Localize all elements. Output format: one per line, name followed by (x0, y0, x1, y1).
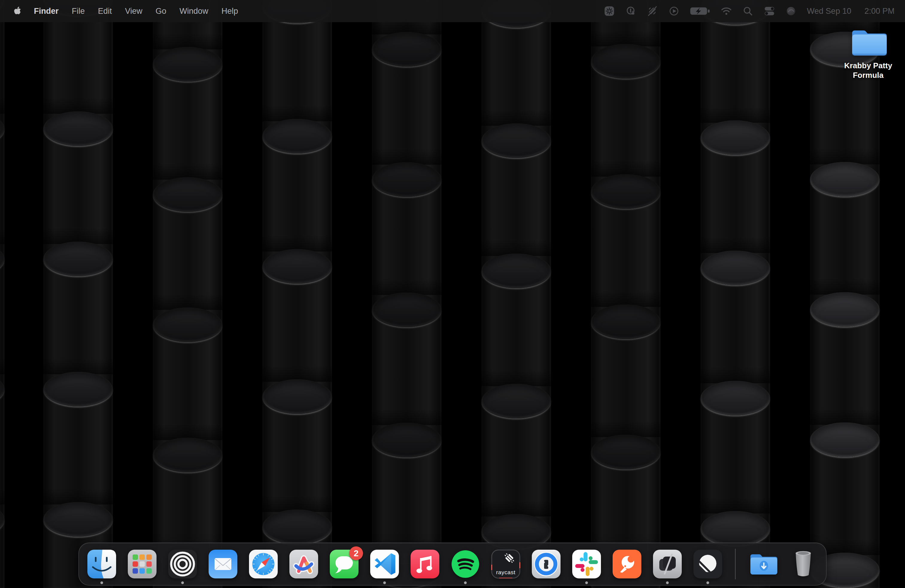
cylinder-joint (700, 120, 770, 155)
wifi-icon[interactable] (720, 5, 733, 17)
cylinder-joint (700, 381, 770, 416)
dock-item-postman[interactable] (612, 549, 642, 579)
apple-menu[interactable] (13, 6, 22, 16)
cylinder-joint (591, 44, 660, 79)
cylinder-shadow (0, 228, 5, 244)
control-center-icon[interactable] (763, 5, 776, 17)
dock-item-mail[interactable] (208, 549, 238, 579)
onepassword-quick-access-icon[interactable] (625, 5, 637, 17)
cylinder-joint (700, 511, 770, 546)
cylinder-joint (153, 307, 222, 342)
keystroke-starburst-icon[interactable] (603, 5, 616, 17)
wallpaper-column (700, 0, 770, 588)
folder-icon (849, 27, 887, 58)
trash-icon (788, 549, 818, 579)
dock-item-rings-app[interactable] (168, 549, 197, 579)
dock-item-spotify[interactable] (450, 549, 480, 579)
wallpaper (0, 0, 905, 588)
dock-item-arc-browser[interactable] (289, 549, 319, 579)
finder-icon (87, 549, 117, 579)
dock-divider (735, 549, 736, 579)
dock-items: 2 raycast (79, 543, 826, 585)
safari-icon (248, 549, 278, 579)
cylinder-joint (372, 32, 441, 67)
cylinder-joint (0, 111, 5, 146)
battery-charging-icon[interactable] (689, 5, 711, 17)
desktop-folder-krabby-patty-formula[interactable]: Krabby Patty Formula (837, 27, 899, 80)
cylinder-joint (481, 384, 551, 418)
wallpaper-column (372, 0, 441, 588)
cylinder-joint (0, 242, 5, 277)
wallpaper-column (481, 0, 551, 588)
cylinder-joint (810, 423, 880, 457)
cylinder-joint (43, 502, 113, 537)
dock: 2 raycast (78, 542, 827, 586)
menubar-menu-file[interactable]: File (72, 0, 85, 22)
dock-item-raycast[interactable]: raycast (491, 549, 521, 579)
dock-item-vscode[interactable] (370, 549, 400, 579)
menu-bar-clock[interactable]: 2:00 PM (864, 6, 894, 16)
dock-item-downloads-folder[interactable] (748, 549, 778, 579)
menubar-menu-view[interactable]: View (125, 0, 143, 22)
folder-label: Krabby Patty Formula (837, 61, 899, 80)
wallpaper-column (153, 0, 222, 588)
macos-desktop: FinderFileEditViewGoWindowHelp (0, 0, 905, 588)
wallpaper-column (262, 0, 332, 588)
cylinder-joint (481, 254, 551, 288)
dock-item-1password[interactable] (531, 549, 561, 579)
menubar-menu-go[interactable]: Go (156, 0, 167, 22)
wallpaper-column (0, 0, 5, 588)
now-playing-icon[interactable] (668, 5, 680, 17)
spotify-icon (450, 549, 480, 579)
dock-item-linear[interactable] (693, 549, 723, 579)
cylinder-joint (372, 292, 441, 327)
notification-badge: 2 (349, 547, 363, 560)
wallpaper-column (810, 0, 880, 588)
cylinder-joint (262, 510, 332, 544)
cylinder-joint (481, 123, 551, 158)
siri-icon[interactable] (785, 5, 797, 17)
dock-item-finder[interactable] (87, 549, 117, 579)
dock-item-messages[interactable]: 2 (329, 549, 359, 579)
cylinder-shadow (0, 488, 5, 504)
cylinder-shadow (0, 358, 5, 374)
menubar-menu-finder[interactable]: Finder (34, 0, 59, 22)
running-indicator (585, 582, 588, 584)
postman-icon (612, 549, 642, 579)
cylinder-joint (591, 174, 660, 209)
cylinder-joint (372, 423, 441, 458)
cylinder-joint (0, 502, 5, 537)
cylinder-joint (43, 111, 113, 146)
cylinder-joint (262, 379, 332, 414)
rings-app-icon (168, 549, 197, 579)
dock-item-trash[interactable] (788, 549, 818, 579)
menubar-menu-edit[interactable]: Edit (98, 0, 112, 22)
menu-bar-date[interactable]: Wed Sep 10 (807, 6, 851, 16)
apple-music-icon (410, 549, 440, 579)
cylinder-joint (153, 438, 222, 472)
menu-bar-status-area: Wed Sep 10 2:00 PM (603, 5, 894, 17)
launchpad-icon (127, 549, 157, 579)
wallpaper-column (43, 0, 113, 588)
cylinder-joint (153, 47, 222, 82)
cylinder-joint (0, 372, 5, 407)
menubar-menu-window[interactable]: Window (179, 0, 208, 22)
cylinder-joint (43, 372, 113, 407)
dock-item-safari[interactable] (248, 549, 278, 579)
linear-icon (693, 549, 723, 579)
dock-item-apple-music[interactable] (410, 549, 440, 579)
vscode-icon (370, 549, 400, 579)
running-indicator (666, 582, 669, 584)
running-indicator (707, 582, 709, 584)
apple-logo-icon (13, 6, 22, 16)
privacy-stripes-icon[interactable] (646, 5, 659, 17)
menu-bar: FinderFileEditViewGoWindowHelp (0, 0, 905, 22)
dock-item-diagonal-glyph-app[interactable] (653, 549, 682, 579)
cylinder-joint (810, 292, 880, 327)
menubar-menu-help[interactable]: Help (221, 0, 238, 22)
1password-icon (531, 549, 561, 579)
spotlight-search-icon[interactable] (741, 5, 754, 17)
dock-item-launchpad[interactable] (127, 549, 157, 579)
dock-item-slack[interactable] (572, 549, 602, 579)
cylinder-joint (262, 249, 332, 284)
